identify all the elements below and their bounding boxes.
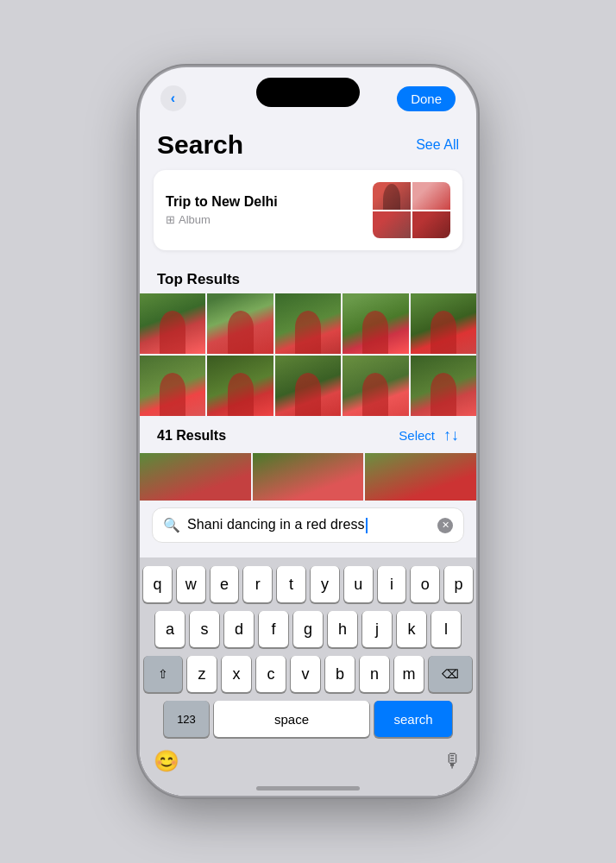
key-w[interactable]: w (177, 566, 205, 602)
key-i[interactable]: i (378, 566, 406, 602)
mic-button[interactable]: 🎙 (443, 750, 462, 772)
key-x[interactable]: x (222, 656, 251, 692)
key-o[interactable]: o (411, 566, 439, 602)
key-s[interactable]: s (190, 611, 219, 647)
key-c[interactable]: c (256, 656, 286, 692)
key-p[interactable]: p (444, 566, 473, 602)
grid-photo-3[interactable] (275, 293, 341, 354)
album-thumb-4 (412, 211, 450, 239)
phone-outer: ‹ Done Search See All Trip to New Delhi … (0, 0, 616, 863)
partial-photo-3[interactable] (365, 453, 476, 501)
keyboard-bottom-row: 😊 🎙 (143, 746, 473, 791)
results-count: 41 Results (157, 428, 226, 444)
key-y[interactable]: y (311, 566, 339, 602)
album-thumb-2 (412, 182, 450, 210)
key-u[interactable]: u (344, 566, 373, 602)
delete-icon: ⌫ (442, 667, 459, 681)
search-input[interactable]: Shani dancing in a red dress (187, 517, 431, 533)
grid-photo-7[interactable] (207, 356, 273, 416)
key-d[interactable]: d (224, 611, 254, 647)
grid-photo-10[interactable] (411, 356, 476, 416)
key-k[interactable]: k (397, 611, 426, 647)
top-results-label: Top Results (140, 264, 476, 293)
keyboard-row-1: q w e r t y u i o p (143, 566, 473, 602)
key-q[interactable]: q (143, 566, 172, 602)
results-bar: 41 Results Select ↑↓ (140, 418, 476, 453)
key-l[interactable]: l (431, 611, 461, 647)
partial-photo-2[interactable] (253, 453, 364, 501)
sort-icon[interactable]: ↑↓ (443, 426, 459, 444)
key-r[interactable]: r (243, 566, 272, 602)
grid-photo-4[interactable] (343, 293, 408, 354)
shift-key[interactable]: ⇧ (144, 656, 182, 692)
main-content: Search See All Trip to New Delhi ⊞ Album (140, 118, 476, 796)
photo-row-2 (140, 356, 476, 416)
emoji-button[interactable]: 😊 (154, 749, 179, 773)
key-v[interactable]: v (291, 656, 320, 692)
select-button[interactable]: Select (399, 428, 435, 443)
numbers-key[interactable]: 123 (164, 701, 209, 737)
key-b[interactable]: b (325, 656, 355, 692)
keyboard-row-2: a s d f g h j k l (143, 611, 473, 647)
key-a[interactable]: a (155, 611, 185, 647)
album-subtitle: ⊞ Album (166, 213, 278, 226)
page-title: Search (157, 130, 243, 160)
album-title: Trip to New Delhi (166, 194, 278, 210)
key-f[interactable]: f (259, 611, 288, 647)
key-e[interactable]: e (211, 566, 239, 602)
search-icon: 🔍 (163, 517, 180, 533)
see-all-link[interactable]: See All (416, 137, 459, 153)
dynamic-island (256, 78, 360, 107)
grid-photo-9[interactable] (343, 356, 408, 416)
key-j[interactable]: j (362, 611, 392, 647)
search-input-container: 🔍 Shani dancing in a red dress ✕ (152, 507, 464, 543)
grid-photo-1[interactable] (140, 293, 205, 354)
key-h[interactable]: h (328, 611, 357, 647)
keyboard-row-3: ⇧ z x c v b n m ⌫ (143, 656, 473, 692)
keyboard: q w e r t y u i o p a s d f g (140, 557, 476, 796)
key-m[interactable]: m (394, 656, 424, 692)
album-info: Trip to New Delhi ⊞ Album (166, 194, 278, 226)
space-key[interactable]: space (214, 701, 369, 737)
album-thumb-1 (373, 182, 411, 210)
search-value: Shani dancing in a red dress (187, 517, 365, 532)
top-results-grid (140, 293, 476, 418)
key-g[interactable]: g (293, 611, 323, 647)
album-card[interactable]: Trip to New Delhi ⊞ Album (154, 170, 462, 250)
back-arrow-icon: ‹ (171, 91, 175, 106)
search-key[interactable]: search (374, 701, 452, 737)
clear-button[interactable]: ✕ (437, 518, 453, 533)
grid-photo-8[interactable] (275, 356, 341, 416)
album-thumb-3 (373, 211, 411, 239)
grid-photo-2[interactable] (207, 293, 273, 354)
album-type: Album (179, 213, 211, 226)
phone-frame: ‹ Done Search See All Trip to New Delhi … (140, 67, 476, 796)
album-thumbnails (373, 182, 450, 238)
home-indicator (256, 786, 360, 791)
album-icon: ⊞ (166, 213, 175, 226)
back-button[interactable]: ‹ (160, 85, 186, 111)
search-header: Search See All (140, 118, 476, 167)
key-t[interactable]: t (277, 566, 305, 602)
done-button[interactable]: Done (397, 86, 456, 111)
key-n[interactable]: n (360, 656, 389, 692)
delete-key[interactable]: ⌫ (429, 656, 472, 692)
key-z[interactable]: z (187, 656, 217, 692)
results-actions: Select ↑↓ (399, 426, 459, 444)
photo-row-1 (140, 293, 476, 354)
partial-photo-row (140, 453, 476, 501)
grid-photo-6[interactable] (140, 356, 205, 416)
partial-photo-1[interactable] (140, 453, 251, 501)
shift-icon: ⇧ (158, 667, 168, 681)
keyboard-row-4: 123 space search (143, 701, 473, 737)
text-cursor (366, 518, 368, 533)
grid-photo-5[interactable] (411, 293, 476, 354)
